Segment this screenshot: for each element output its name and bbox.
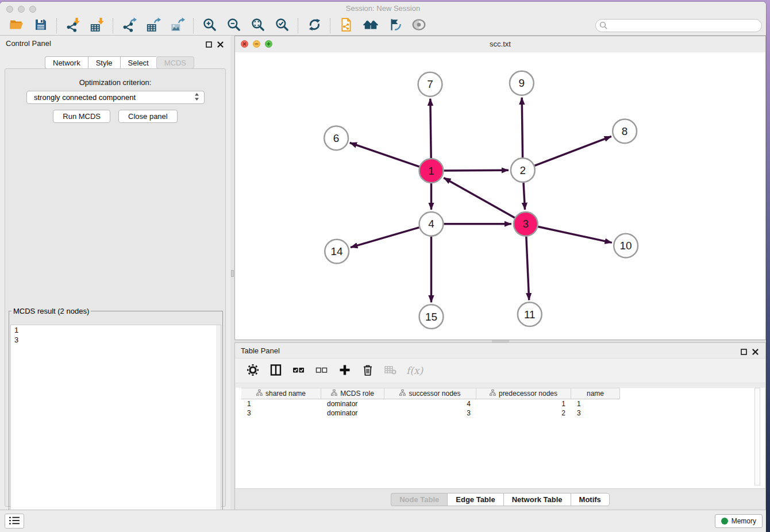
graph-edge-2-3[interactable] xyxy=(523,183,525,210)
graph-edge-3-10[interactable] xyxy=(538,226,612,242)
graph-node-1[interactable]: 1 xyxy=(419,159,444,183)
import-table-icon xyxy=(90,17,105,34)
tree-icon xyxy=(399,390,406,398)
graph-node-14[interactable]: 14 xyxy=(325,240,349,264)
graph-edge-2-9[interactable] xyxy=(522,98,522,158)
result-scrollbar[interactable] xyxy=(216,325,221,525)
graph-node-label: 1 xyxy=(428,165,434,177)
tab-select[interactable]: Select xyxy=(120,56,156,69)
tab-motifs[interactable]: Motifs xyxy=(571,493,610,506)
graph-node-4[interactable]: 4 xyxy=(419,212,444,236)
memory-label: Memory xyxy=(732,517,756,525)
float-panel-icon[interactable] xyxy=(741,347,747,357)
table-toolbar: f(x) xyxy=(235,358,765,383)
optimization-value: strongly connected component xyxy=(34,93,194,102)
toolbar-separator xyxy=(113,18,114,33)
run-mcds-button[interactable]: Run MCDS xyxy=(53,110,110,123)
network-graph[interactable]: 1234678910111415 xyxy=(235,52,765,340)
splitter-handle[interactable] xyxy=(231,270,234,277)
column-header-successor-nodes[interactable]: successor nodes xyxy=(384,388,476,399)
column-header-name[interactable]: name xyxy=(571,388,620,399)
eye-icon xyxy=(411,18,427,33)
table-row[interactable]: 3dominator323 xyxy=(241,408,765,418)
column-header-predecessor-nodes[interactable]: predecessor nodes xyxy=(476,388,571,399)
network-canvas[interactable]: 1234678910111415 xyxy=(235,52,765,340)
import-network-button[interactable] xyxy=(64,18,82,34)
toolbar-separator xyxy=(330,18,331,33)
tab-edge-table[interactable]: Edge Table xyxy=(447,493,503,506)
delete-columns-button[interactable] xyxy=(359,362,376,379)
control-panel-title: Control Panel xyxy=(6,39,51,48)
graph-node-7[interactable]: 7 xyxy=(418,72,442,97)
tab-mcds[interactable]: MCDS xyxy=(156,56,194,69)
graph-node-15[interactable]: 15 xyxy=(419,304,444,329)
mcds-result-text[interactable]: 13 xyxy=(10,325,221,526)
function-builder-button[interactable]: f(x) xyxy=(405,362,423,379)
column-header-mcds-role[interactable]: MCDS role xyxy=(321,388,384,399)
zoom-out-button[interactable] xyxy=(225,18,242,34)
zoom-in-button[interactable] xyxy=(201,18,218,34)
search-input[interactable] xyxy=(595,19,762,32)
tab-network[interactable]: Network xyxy=(45,56,88,69)
control-panel: Control Panel NetworkStyleSelectMCDS Opt… xyxy=(0,36,230,510)
graph-node-2[interactable]: 2 xyxy=(511,158,535,182)
save-session-button[interactable] xyxy=(32,18,49,34)
export-image-button[interactable] xyxy=(169,18,186,34)
table-cell: dominator xyxy=(321,408,384,418)
show-columns-button[interactable] xyxy=(267,362,284,379)
graph-edge-3-1[interactable] xyxy=(444,178,515,218)
column-label: shared name xyxy=(265,390,306,398)
export-network-button[interactable] xyxy=(121,18,138,34)
create-column-button[interactable] xyxy=(336,362,353,379)
graph-node-label: 10 xyxy=(620,240,632,252)
table-scrollbar[interactable] xyxy=(754,388,760,485)
tab-network-table[interactable]: Network Table xyxy=(503,493,571,506)
table-row[interactable]: 1dominator411 xyxy=(241,399,765,408)
close-panel-button[interactable]: Close panel xyxy=(118,110,178,123)
unselect-all-columns-button[interactable] xyxy=(313,362,330,379)
graph-edge-1-7[interactable] xyxy=(430,99,431,159)
status-bar: Memory xyxy=(0,510,766,532)
task-history-button[interactable] xyxy=(5,514,24,529)
memory-button[interactable]: Memory xyxy=(715,514,763,528)
graph-node-11[interactable]: 11 xyxy=(518,302,542,326)
vertical-splitter[interactable] xyxy=(230,36,234,510)
graph-edge-1-6[interactable] xyxy=(350,142,419,167)
tab-style[interactable]: Style xyxy=(88,56,120,69)
graph-node-6[interactable]: 6 xyxy=(324,126,348,150)
select-all-columns-button[interactable] xyxy=(290,362,307,379)
graph-edge-3-11[interactable] xyxy=(526,237,529,300)
show-all-views-button[interactable] xyxy=(362,18,379,34)
graph-node-10[interactable]: 10 xyxy=(614,234,638,258)
close-panel-icon[interactable] xyxy=(217,40,224,50)
import-table-button[interactable] xyxy=(88,18,106,34)
toolbar-separator xyxy=(56,18,57,33)
optimization-select[interactable]: strongly connected component xyxy=(26,91,205,104)
column-header-shared-name[interactable]: shared name xyxy=(241,388,321,399)
zoom-selected-button[interactable] xyxy=(274,18,291,34)
close-panel-icon[interactable] xyxy=(752,347,759,357)
graph-edge-1-2[interactable] xyxy=(444,170,509,171)
table-body: 1dominator4113dominator323 xyxy=(236,399,765,418)
mcds-result-box: MCDS result (2 nodes) 13 xyxy=(9,307,223,527)
graph-edge-2-8[interactable] xyxy=(534,136,611,165)
show-details-button[interactable] xyxy=(410,18,428,34)
graph-node-8[interactable]: 8 xyxy=(613,119,637,144)
graph-edge-4-14[interactable] xyxy=(351,228,419,248)
search-box xyxy=(595,19,762,32)
graph-node-3[interactable]: 3 xyxy=(514,212,538,236)
open-session-button[interactable] xyxy=(8,18,25,34)
tab-node-table[interactable]: Node Table xyxy=(391,493,447,506)
apply-layout-button[interactable] xyxy=(306,18,323,34)
graph-node-9[interactable]: 9 xyxy=(510,71,534,95)
hide-style-button[interactable] xyxy=(386,18,403,34)
table-settings-button[interactable] xyxy=(244,362,261,379)
export-table-button[interactable] xyxy=(145,18,162,34)
float-panel-icon[interactable] xyxy=(206,40,212,50)
new-network-button[interactable] xyxy=(338,18,355,34)
graph-node-label: 9 xyxy=(519,77,525,89)
delete-table-button[interactable] xyxy=(382,362,399,379)
table-cell: 4 xyxy=(384,399,476,408)
zoom-fit-button[interactable] xyxy=(249,18,267,34)
control-panel-header: Control Panel xyxy=(0,36,230,52)
